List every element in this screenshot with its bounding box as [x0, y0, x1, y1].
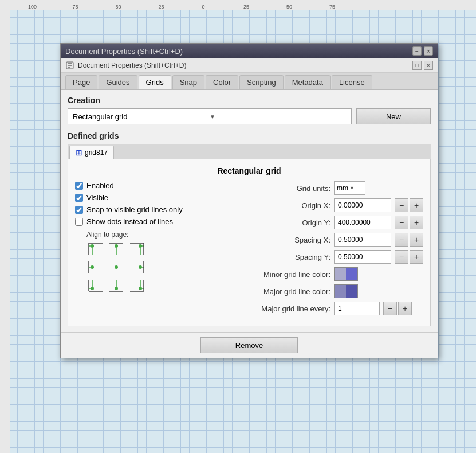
svg-rect-3 — [68, 67, 70, 68]
remove-bar: Remove — [61, 332, 438, 358]
ruler-left — [0, 0, 10, 453]
spacing-y-increment[interactable]: + — [410, 250, 423, 264]
minimize2-button[interactable]: × — [424, 61, 433, 70]
grid-left-col: Enabled Visible Snap to visible grid lin… — [75, 181, 247, 319]
snap-label: Snap to visible grid lines only — [86, 205, 183, 214]
align-middle-right-button[interactable] — [128, 259, 146, 275]
major-every-row: Major grid line every: − + — [256, 302, 423, 315]
close-button[interactable]: × — [424, 46, 433, 56]
spacing-y-steppers: − + — [395, 250, 423, 264]
spacing-y-label: Spacing Y: — [256, 253, 331, 261]
ruler-mark: 75 — [329, 4, 335, 10]
tab-metadata[interactable]: Metadata — [285, 75, 331, 89]
origin-x-input[interactable] — [334, 198, 391, 212]
grid-tab-icon: ⊞ — [76, 148, 82, 157]
ruler-top: -100 -75 -50 -25 0 25 50 75 — [0, 0, 476, 10]
tab-guides[interactable]: Guides — [99, 75, 137, 89]
svg-point-24 — [91, 287, 94, 290]
svg-point-21 — [139, 265, 142, 269]
grid-two-col: Enabled Visible Snap to visible grid lin… — [75, 181, 423, 319]
align-top-center-button[interactable] — [107, 241, 125, 257]
align-bottom-left-button[interactable] — [86, 278, 105, 294]
align-bottom-right-button[interactable] — [128, 278, 146, 294]
grid-units-label: Grid units: — [256, 184, 331, 193]
spacing-y-row: Spacing Y: − + — [256, 250, 423, 264]
dots-checkbox[interactable] — [75, 218, 83, 226]
spacing-x-decrement[interactable]: − — [395, 233, 408, 247]
major-every-increment[interactable]: + — [398, 302, 412, 315]
major-color-swatch[interactable] — [334, 284, 358, 298]
grid-type-value: Rectangular grid — [73, 112, 210, 121]
minimize-button[interactable]: − — [412, 46, 422, 56]
origin-y-label: Origin Y: — [256, 218, 331, 227]
tab-snap[interactable]: Snap — [172, 75, 204, 89]
minor-color-row: Minor grid line color: — [256, 267, 423, 281]
grid-tab-817[interactable]: ⊞ grid817 — [69, 146, 114, 159]
document-properties-dialog: Document Properties (Shift+Ctrl+D) − × D… — [60, 43, 438, 358]
spacing-x-input[interactable] — [334, 233, 391, 247]
dialog-subtitle-bar: Document Properties (Shift+Ctrl+D) □ × — [61, 58, 438, 73]
snap-row: Snap to visible grid lines only — [75, 205, 247, 214]
origin-x-label: Origin X: — [256, 201, 331, 210]
origin-y-increment[interactable]: + — [410, 216, 423, 229]
major-color-left — [335, 285, 346, 298]
grid-type-dropdown[interactable]: Rectangular grid ▼ — [68, 108, 352, 124]
tab-scripting[interactable]: Scripting — [239, 75, 284, 89]
svg-point-17 — [91, 265, 94, 269]
ruler-mark: 0 — [202, 4, 204, 10]
tab-grids[interactable]: Grids — [139, 75, 171, 89]
visible-label: Visible — [86, 193, 108, 202]
units-arrow-icon: ▼ — [349, 185, 355, 191]
align-bottom-center-button[interactable] — [107, 278, 125, 294]
origin-x-steppers: − + — [395, 198, 423, 212]
snap-checkbox[interactable] — [75, 206, 83, 214]
origin-y-input[interactable] — [334, 216, 391, 229]
spacing-y-decrement[interactable]: − — [395, 250, 408, 264]
grid-panel-title: Rectangular grid — [75, 166, 423, 175]
major-every-decrement[interactable]: − — [383, 302, 397, 315]
grid-units-select[interactable]: mm ▼ — [334, 181, 365, 195]
dots-label: Show dots instead of lines — [86, 217, 173, 226]
align-middle-center-button[interactable] — [107, 259, 125, 275]
svg-rect-1 — [68, 63, 72, 64]
spacing-y-input[interactable] — [334, 250, 391, 264]
ruler-mark: -25 — [156, 4, 164, 10]
minor-color-right — [346, 268, 357, 280]
grid-right-col: Grid units: mm ▼ Origin X: − + — [256, 181, 423, 319]
major-every-label: Major grid line every: — [256, 304, 331, 313]
defined-grids-label: Defined grids — [68, 131, 431, 140]
major-every-input[interactable] — [334, 302, 380, 315]
restore-button[interactable]: □ — [412, 61, 422, 70]
align-top-left-button[interactable] — [86, 241, 105, 257]
titlebar-buttons: − × — [412, 46, 433, 56]
align-grid — [86, 241, 247, 294]
origin-x-increment[interactable]: + — [410, 198, 423, 212]
ruler-mark: -75 — [70, 4, 78, 10]
dialog-body: Creation Rectangular grid ▼ New Defined … — [61, 90, 438, 332]
align-top-right-button[interactable] — [128, 241, 146, 257]
visible-checkbox[interactable] — [75, 194, 83, 202]
origin-x-decrement[interactable]: − — [395, 198, 408, 212]
spacing-x-steppers: − + — [395, 233, 423, 247]
minor-color-left — [335, 268, 346, 280]
ruler-mark: 25 — [243, 4, 249, 10]
remove-button[interactable]: Remove — [200, 337, 298, 353]
new-grid-button[interactable]: New — [356, 108, 431, 124]
minor-color-swatch[interactable] — [334, 267, 358, 281]
visible-row: Visible — [75, 193, 247, 202]
spacing-x-label: Spacing X: — [256, 236, 331, 244]
grid-units-value: mm — [337, 184, 348, 192]
svg-point-9 — [115, 244, 118, 248]
property-tabs: Page Guides Grids Snap Color Scripting M… — [61, 73, 438, 90]
origin-y-steppers: − + — [395, 216, 423, 229]
align-middle-left-button[interactable] — [86, 259, 105, 275]
origin-y-decrement[interactable]: − — [395, 216, 408, 229]
spacing-x-increment[interactable]: + — [410, 233, 423, 247]
svg-point-32 — [139, 287, 142, 290]
dialog-titlebar: Document Properties (Shift+Ctrl+D) − × — [61, 44, 438, 58]
enabled-checkbox[interactable] — [75, 182, 83, 190]
tab-license[interactable]: License — [332, 75, 372, 89]
tab-page[interactable]: Page — [65, 75, 97, 89]
tab-color[interactable]: Color — [206, 75, 238, 89]
svg-point-29 — [115, 287, 118, 290]
